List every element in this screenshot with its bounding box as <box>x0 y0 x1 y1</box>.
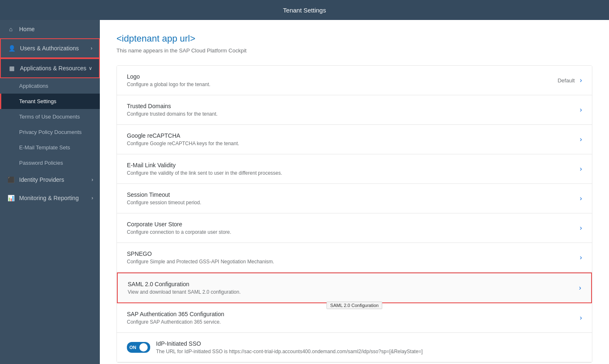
sidebar-item-apps-resources[interactable]: ▦ Applications & Resources ∨ <box>0 58 100 78</box>
apps-icon: ▦ <box>7 65 16 72</box>
setting-info-sap-auth-365: SAP Authentication 365 Configuration Con… <box>127 311 580 325</box>
chevron-right-icon-logo: › <box>580 77 582 84</box>
sidebar-subitem-terms-of-use[interactable]: Terms of Use Documents <box>0 109 100 124</box>
sidebar-email-template-label: E-Mail Template Sets <box>19 144 70 151</box>
saml-tooltip: SAML 2.0 Configuration <box>327 302 382 309</box>
sidebar-terms-label: Terms of Use Documents <box>19 114 80 120</box>
setting-desc-logo: Configure a global logo for the tenant. <box>127 82 557 87</box>
setting-desc-sap-auth-365: Configure SAP Authentication 365 service… <box>127 319 580 325</box>
toggle-desc: The URL for IdP-initiated SSO is https:/… <box>156 349 582 354</box>
setting-title-saml-config: SAML 2.0 Configuration <box>128 281 579 287</box>
setting-title-session-timeout: Session Timeout <box>127 191 580 198</box>
setting-info-session-timeout: Session Timeout Configure session timeou… <box>127 191 580 206</box>
sidebar-item-identity-providers[interactable]: ⬛ Identity Providers › <box>0 171 100 189</box>
chevron-down-icon: ∨ <box>89 65 92 71</box>
toggle-on-label: ON <box>129 345 136 350</box>
toggle-info: IdP-Initiated SSO The URL for IdP-initia… <box>156 340 582 354</box>
setting-title-corporate-user-store: Corporate User Store <box>127 221 580 228</box>
sidebar-tenant-settings-label: Tenant Settings <box>19 98 57 104</box>
setting-title-google-recaptcha: Google reCAPTCHA <box>127 132 580 139</box>
setting-desc-spnego: Configure Simple and Protected GSS-API N… <box>127 259 580 265</box>
topbar: Tenant Settings <box>0 0 609 20</box>
setting-row-email-link-validity[interactable]: E-Mail Link Validity Configure the valid… <box>117 154 592 184</box>
chevron-right-icon: › <box>91 45 92 51</box>
page-subtitle: This name appears in the SAP Cloud Platf… <box>116 47 592 54</box>
monitoring-icon: 📊 <box>7 195 15 201</box>
sidebar-users-label: Users & Authorizations <box>20 45 79 52</box>
chevron-right-icon-session-timeout: › <box>580 195 582 202</box>
setting-info-spnego: SPNEGO Configure Simple and Protected GS… <box>127 250 580 265</box>
sidebar-item-users[interactable]: 👤 Users & Authorizations › <box>0 38 100 58</box>
toggle-row-idp-sso: ON IdP-Initiated SSO The URL for IdP-ini… <box>117 333 592 362</box>
setting-meta-logo: Default <box>557 77 574 84</box>
settings-list: Logo Configure a global logo for the ten… <box>116 65 592 363</box>
sidebar-subitem-password-policies[interactable]: Password Policies <box>0 155 100 171</box>
toggle-knob <box>139 343 148 352</box>
sidebar-home-label: Home <box>19 26 35 32</box>
sidebar-apps-resources-label: Applications & Resources <box>20 65 87 72</box>
setting-desc-saml-config: View and download tenant SAML 2.0 config… <box>128 289 579 295</box>
chevron-right-icon-email-link-validity: › <box>580 165 582 173</box>
users-icon: 👤 <box>7 45 16 52</box>
idp-sso-toggle[interactable]: ON <box>127 342 150 353</box>
chevron-right-icon-saml-config: › <box>579 284 581 292</box>
sidebar-privacy-label: Privacy Policy Documents <box>19 129 82 135</box>
setting-row-corporate-user-store[interactable]: Corporate User Store Configure connectio… <box>117 213 592 243</box>
sidebar: ⌂ Home 👤 Users & Authorizations › ▦ Appl… <box>0 20 100 364</box>
chevron-right-icon-corporate-user-store: › <box>580 224 582 232</box>
sidebar-subitem-privacy-policy[interactable]: Privacy Policy Documents <box>0 124 100 140</box>
sidebar-item-home[interactable]: ⌂ Home <box>0 20 100 38</box>
setting-title-trusted-domains: Trusted Domains <box>127 103 580 109</box>
setting-desc-corporate-user-store: Configure connection to a corporate user… <box>127 229 580 235</box>
setting-info-saml-config: SAML 2.0 Configuration View and download… <box>128 281 579 295</box>
setting-row-logo[interactable]: Logo Configure a global logo for the ten… <box>117 66 592 95</box>
setting-info-email-link-validity: E-Mail Link Validity Configure the valid… <box>127 162 580 176</box>
setting-row-session-timeout[interactable]: Session Timeout Configure session timeou… <box>117 184 592 213</box>
setting-title-logo: Logo <box>127 73 557 80</box>
sidebar-subitem-applications[interactable]: Applications <box>0 78 100 94</box>
topbar-title: Tenant Settings <box>283 7 326 14</box>
chevron-right-icon-spnego: › <box>580 254 582 261</box>
setting-desc-google-recaptcha: Configure Google reCAPTCHA keys for the … <box>127 141 580 146</box>
setting-row-saml-config[interactable]: SAML 2.0 Configuration View and download… <box>117 272 592 303</box>
chevron-right-icon-3: › <box>92 195 93 201</box>
sidebar-subitem-email-template-sets[interactable]: E-Mail Template Sets <box>0 140 100 155</box>
setting-desc-email-link-validity: Configure the validity of the link sent … <box>127 170 580 176</box>
content-area: <idptenant app url> This name appears in… <box>100 20 609 364</box>
setting-desc-session-timeout: Configure session timeout period. <box>127 200 580 206</box>
setting-info-logo: Logo Configure a global logo for the ten… <box>127 73 557 87</box>
chevron-right-icon-google-recaptcha: › <box>580 136 582 143</box>
setting-title-email-link-validity: E-Mail Link Validity <box>127 162 580 168</box>
setting-info-corporate-user-store: Corporate User Store Configure connectio… <box>127 221 580 235</box>
home-icon: ⌂ <box>7 26 15 32</box>
sidebar-applications-label: Applications <box>19 83 48 89</box>
setting-info-google-recaptcha: Google reCAPTCHA Configure Google reCAPT… <box>127 132 580 146</box>
sidebar-subitem-tenant-settings[interactable]: Tenant Settings <box>0 94 100 109</box>
sidebar-monitoring-label: Monitoring & Reporting <box>19 195 79 201</box>
toggle-title: IdP-Initiated SSO <box>156 340 582 347</box>
sidebar-identity-label: Identity Providers <box>19 176 64 183</box>
setting-desc-trusted-domains: Configure trusted domains for the tenant… <box>127 111 580 117</box>
chevron-right-icon-trusted-domains: › <box>580 106 582 114</box>
identity-icon: ⬛ <box>7 176 15 183</box>
setting-title-sap-auth-365: SAP Authentication 365 Configuration <box>127 311 580 317</box>
setting-row-trusted-domains[interactable]: Trusted Domains Configure trusted domain… <box>117 95 592 125</box>
chevron-right-icon-sap-auth-365: › <box>580 314 582 322</box>
chevron-right-icon-2: › <box>92 177 93 183</box>
sidebar-item-monitoring[interactable]: 📊 Monitoring & Reporting › <box>0 189 100 207</box>
setting-row-google-recaptcha[interactable]: Google reCAPTCHA Configure Google reCAPT… <box>117 125 592 154</box>
setting-info-trusted-domains: Trusted Domains Configure trusted domain… <box>127 103 580 117</box>
sidebar-password-policies-label: Password Policies <box>19 160 63 166</box>
setting-title-spnego: SPNEGO <box>127 250 580 257</box>
page-title: <idptenant app url> <box>116 33 592 44</box>
setting-row-spnego[interactable]: SPNEGO Configure Simple and Protected GS… <box>117 243 592 272</box>
